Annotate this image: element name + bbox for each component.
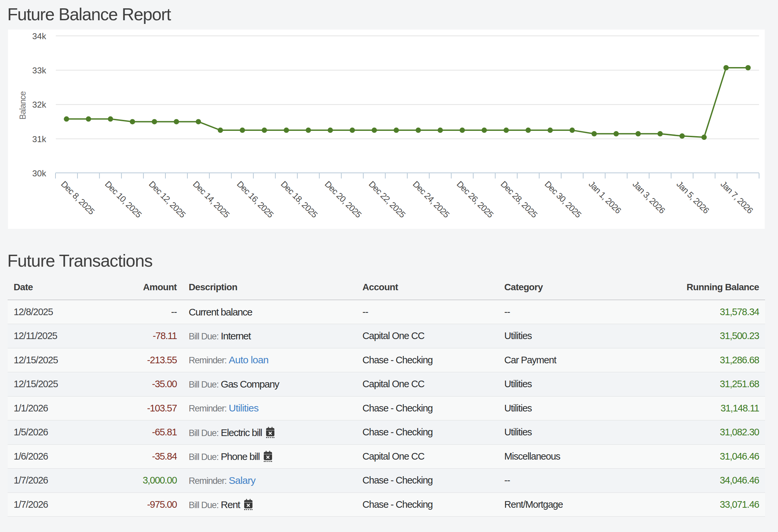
svg-text:Dec 12, 2025: Dec 12, 2025 [147,179,187,219]
svg-text:Jan 7, 2026: Jan 7, 2026 [718,179,755,215]
svg-text:Dec 10, 2025: Dec 10, 2025 [103,179,144,219]
svg-text:Balance: Balance [18,91,27,119]
svg-text:31k: 31k [32,134,47,144]
svg-text:Dec 8, 2025: Dec 8, 2025 [59,179,97,216]
svg-text:33k: 33k [32,66,47,75]
svg-text:Dec 16, 2025: Dec 16, 2025 [235,179,276,219]
svg-text:34k: 34k [32,31,47,41]
svg-text:Dec 24, 2025: Dec 24, 2025 [411,179,452,219]
svg-text:Dec 22, 2025: Dec 22, 2025 [367,179,407,219]
svg-text:32k: 32k [32,100,47,110]
svg-text:30k: 30k [32,168,47,178]
svg-text:Dec 18, 2025: Dec 18, 2025 [279,179,320,219]
svg-text:Dec 14, 2025: Dec 14, 2025 [191,179,232,219]
svg-text:Dec 28, 2025: Dec 28, 2025 [498,179,539,219]
svg-text:Dec 30, 2025: Dec 30, 2025 [543,179,584,219]
svg-text:Jan 5, 2026: Jan 5, 2026 [675,179,711,215]
svg-text:Dec 20, 2025: Dec 20, 2025 [323,179,364,219]
svg-text:Jan 3, 2026: Jan 3, 2026 [631,179,668,215]
svg-text:Jan 1, 2026: Jan 1, 2026 [587,179,623,215]
svg-text:Dec 26, 2025: Dec 26, 2025 [455,179,495,219]
